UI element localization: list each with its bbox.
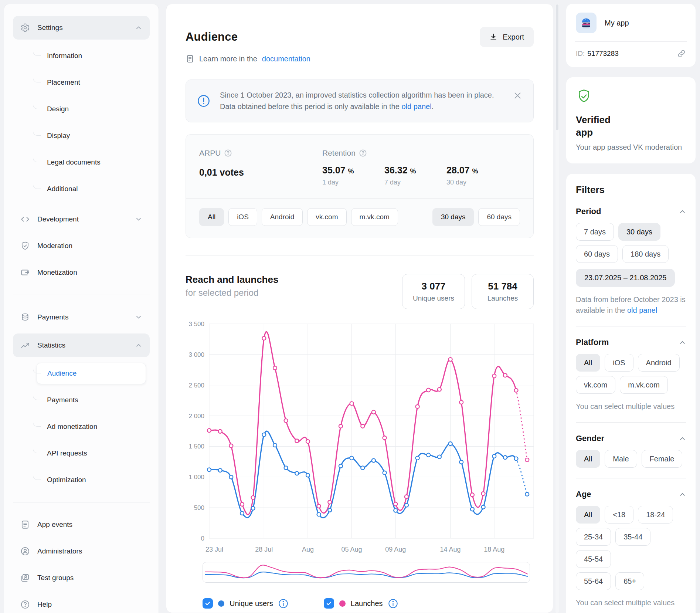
scrollbar-thumb[interactable] [556, 4, 558, 130]
filters-card: Filters Period 7 days 30 days 60 days 18… [566, 174, 696, 613]
person-circle-icon [20, 546, 30, 556]
age-section-header[interactable]: Age [576, 490, 686, 499]
period-180days[interactable]: 180 days [622, 245, 669, 263]
info-banner: Since 1 October 2023, an improved statis… [186, 79, 534, 122]
documentation-link[interactable]: documentation [262, 55, 310, 63]
platform-filter-ios[interactable]: iOS [228, 208, 257, 226]
sidebar-item-optimization[interactable]: Optimization [4, 467, 159, 493]
period-section-header[interactable]: Period [576, 207, 686, 216]
platform-android[interactable]: Android [638, 354, 680, 372]
burger-icon [579, 16, 593, 30]
platform-filter-android[interactable]: Android [262, 208, 303, 226]
age-65plus[interactable]: 65+ [615, 572, 644, 590]
age-55-64[interactable]: 55-64 [576, 572, 611, 590]
gender-male[interactable]: Male [605, 450, 637, 468]
sidebar-item-development[interactable]: Development [4, 206, 159, 233]
period-note: Data from before October 2023 is availab… [576, 294, 686, 316]
sidebar-item-ad-monetization[interactable]: Ad monetization [4, 413, 159, 440]
tree-elbow [33, 417, 41, 427]
gender-label: Gender [576, 434, 604, 443]
date-range-picker[interactable]: 23.07.2025 – 21.08.2025 [576, 269, 675, 287]
platform-vkcom[interactable]: vk.com [576, 376, 615, 394]
old-panel-link[interactable]: old panel [401, 102, 431, 111]
period-30days[interactable]: 30 days [618, 223, 660, 241]
sidebar-item-label: Administrators [37, 547, 142, 555]
period-60days[interactable]: 60 days [576, 245, 618, 263]
platform-section-header[interactable]: Platform [576, 338, 686, 347]
period-30days-button[interactable]: 30 days [432, 208, 474, 226]
sidebar-item-stats-payments[interactable]: Payments [4, 387, 159, 413]
sidebar-item-app-events[interactable]: App events [4, 511, 159, 538]
sidebar-item-audience[interactable]: Audience [4, 360, 159, 387]
code-icon [20, 214, 30, 224]
retention-30day: 28.07 % 30 day [446, 165, 490, 186]
gender-all[interactable]: All [576, 450, 600, 468]
unique-users-dot [218, 600, 224, 607]
sidebar-item-design[interactable]: Design [4, 96, 159, 122]
sidebar-item-information[interactable]: Information [4, 43, 159, 69]
help-circle-icon[interactable] [224, 149, 232, 157]
platform-ios[interactable]: iOS [605, 354, 633, 372]
platform-mvkcom[interactable]: m.vk.com [620, 376, 668, 394]
legend-label: Launches [351, 599, 383, 608]
age-all[interactable]: All [576, 506, 600, 524]
period-7days[interactable]: 7 days [576, 223, 614, 241]
export-button-label: Export [503, 33, 524, 41]
age-35-44[interactable]: 35-44 [615, 528, 650, 546]
age-under18[interactable]: <18 [605, 506, 633, 524]
platform-filter-all[interactable]: All [199, 208, 224, 226]
unique-users-checkbox[interactable] [203, 598, 213, 609]
sidebar-item-settings[interactable]: Settings [13, 16, 150, 40]
chevron-down-icon [135, 314, 142, 321]
sidebar-item-label: Additional [47, 185, 78, 193]
link-icon[interactable] [677, 49, 686, 58]
sidebar-item-test-groups[interactable]: Test groups [4, 565, 159, 591]
statistics-subtree: Audience Payments Ad monetization API re… [4, 360, 159, 493]
help-circle-icon[interactable] [359, 149, 367, 157]
active-subitem-card[interactable]: Audience [37, 363, 146, 384]
learn-more-text: Learn more in the [199, 55, 257, 63]
age-18-24[interactable]: 18-24 [638, 506, 673, 524]
shield-check-icon [20, 241, 30, 251]
platform-filter-vkcom[interactable]: vk.com [307, 208, 346, 226]
sidebar: Settings Information Placement Design Di… [4, 4, 159, 613]
reach-title: Reach and launches [186, 274, 278, 285]
vertical-divider [305, 149, 305, 186]
chart-range-navigator[interactable] [203, 562, 530, 583]
info-circle-icon[interactable] [278, 599, 288, 609]
age-45-54[interactable]: 45-54 [576, 550, 611, 568]
sidebar-item-label: Moderation [37, 242, 142, 250]
age-25-34[interactable]: 25-34 [576, 528, 611, 546]
gender-female[interactable]: Female [642, 450, 683, 468]
sidebar-item-moderation[interactable]: Moderation [4, 233, 159, 259]
sidebar-item-additional[interactable]: Additional [4, 176, 159, 202]
sidebar-item-monetization[interactable]: Monetization [4, 259, 159, 286]
launches-checkbox[interactable] [324, 598, 334, 609]
scrollbar-track[interactable] [555, 4, 559, 613]
retention-label: Retention [322, 149, 356, 158]
sidebar-item-help[interactable]: Help [4, 591, 159, 613]
export-button[interactable]: Export [480, 27, 534, 47]
sidebar-item-statistics[interactable]: Statistics [13, 333, 150, 357]
sidebar-item-legal-documents[interactable]: Legal documents [4, 149, 159, 176]
card-divider [575, 41, 687, 42]
gender-section-header[interactable]: Gender [576, 434, 686, 443]
chevron-up-icon [135, 24, 142, 31]
sidebar-item-placement[interactable]: Placement [4, 69, 159, 96]
sidebar-item-display[interactable]: Display [4, 122, 159, 149]
launches-dot [339, 600, 346, 607]
section-divider [576, 478, 686, 478]
sidebar-item-payments[interactable]: Payments [4, 304, 159, 331]
close-icon[interactable] [513, 91, 522, 100]
sidebar-item-administrators[interactable]: Administrators [4, 538, 159, 565]
tree-elbow [33, 46, 41, 56]
platform-filter-mvkcom[interactable]: m.vk.com [351, 208, 398, 226]
old-panel-link[interactable]: old panel [627, 306, 657, 314]
sidebar-item-api-requests[interactable]: API requests [4, 440, 159, 467]
download-icon [489, 33, 497, 41]
svg-text:2 000: 2 000 [188, 413, 204, 420]
info-circle-icon[interactable] [388, 599, 398, 609]
period-60days-button[interactable]: 60 days [478, 208, 520, 226]
svg-text:28 Jul: 28 Jul [255, 546, 273, 553]
platform-all[interactable]: All [576, 354, 600, 372]
